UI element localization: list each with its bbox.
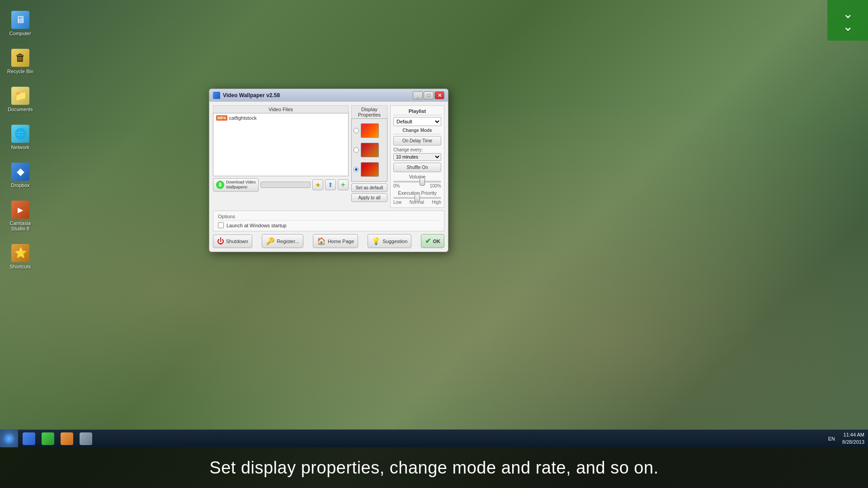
volume-slider-thumb[interactable] <box>420 178 425 186</box>
priority-slider-container <box>393 197 441 199</box>
playlist-panel: Playlist Default Change Mode On Delay Ti… <box>390 105 444 208</box>
video-files-label: Video Files <box>213 105 349 113</box>
set-as-default-button[interactable]: Set as default <box>351 183 387 192</box>
taskbar-item-2[interactable] <box>39 431 57 447</box>
display-properties-label: Display Properties <box>351 105 387 118</box>
desktop-icon-camtasia[interactable]: ▶ Camtasia Studio 8 <box>5 199 36 233</box>
add-video-button[interactable]: + <box>338 179 349 190</box>
lightbulb-icon: 💡 <box>372 237 381 245</box>
start-orb-icon <box>4 433 14 444</box>
suggestion-button[interactable]: 💡 Suggestion <box>368 234 411 248</box>
change-every-label: Change every: <box>393 147 441 152</box>
volume-slider-labels: 0% 100% <box>393 183 441 188</box>
thumbnail-1[interactable] <box>361 123 379 138</box>
shutdown-button[interactable]: ⏻ Shutdown <box>213 235 252 248</box>
video-format-badge: MP4 <box>216 115 227 121</box>
move-icon-button[interactable]: ⬆ <box>325 179 336 190</box>
desktop-icon-network[interactable]: 🌐 Network <box>5 123 36 152</box>
priority-low-label: Low <box>393 200 401 205</box>
desktop-icon-dropbox[interactable]: ◆ Dropbox <box>5 161 36 190</box>
maximize-button[interactable]: □ <box>424 91 434 99</box>
dropbox-icon-label: Dropbox <box>11 183 30 188</box>
taskbar-app-icon-2 <box>42 432 54 445</box>
camtasia-icon: ▶ <box>11 201 29 219</box>
radio-thumb-2[interactable] <box>354 147 359 153</box>
camtasia-icon-label: Camtasia Studio 8 <box>6 221 34 231</box>
video-list-item[interactable]: MP4 catfightstock <box>214 114 347 122</box>
ok-button-label: OK <box>433 239 440 244</box>
computer-icon: 🖥 <box>11 11 29 29</box>
taskbar-item-3[interactable] <box>58 431 76 447</box>
checkmark-icon: ✔ <box>425 237 431 245</box>
clock-time: 11:44 AM <box>842 432 864 438</box>
home-page-button[interactable]: 🏠 Home Page <box>313 234 358 248</box>
star-icon-button[interactable]: ★ <box>312 179 323 190</box>
on-delay-time-button[interactable]: On Delay Time <box>393 136 441 145</box>
ok-button[interactable]: ✔ OK <box>421 234 444 248</box>
recycle-bin-icon-label: Recycle Bin <box>7 69 33 74</box>
shuffle-on-button[interactable]: Shuffle On <box>393 163 441 172</box>
execution-priority-section: Execution Priority Low Normal High <box>393 190 441 205</box>
documents-icon-label: Documents <box>8 107 33 112</box>
dialog-title-bar: Video Wallpaper v2.58 _ □ ✕ <box>209 89 448 102</box>
radio-thumb-3[interactable] <box>354 167 359 172</box>
shortcuts-icon-label: Shortcuts <box>10 264 31 269</box>
priority-slider-thumb[interactable] <box>415 194 420 202</box>
taskbar: EN 11:44 AM 8/28/2013 <box>0 429 868 447</box>
video-slider[interactable] <box>260 182 311 188</box>
taskbar-item-1[interactable] <box>20 431 38 447</box>
radio-thumb-1[interactable] <box>354 128 359 133</box>
dialog-content: Video Files MP4 catfightstock ⬇ Download… <box>209 102 448 252</box>
system-tray: EN <box>825 436 839 441</box>
desktop-icon-recycle-bin[interactable]: 🗑 Recycle Bin <box>5 47 36 76</box>
change-every-row: Change every: 10 minutes <box>393 147 441 161</box>
thumbnail-3[interactable] <box>361 162 379 177</box>
subtitle-bar: Set display properties, change mode and … <box>0 447 868 488</box>
chevron-down-icon: ⌄ <box>843 8 853 20</box>
taskbar-clock[interactable]: 11:44 AM 8/28/2013 <box>839 432 868 446</box>
title-bar-controls: _ □ ✕ <box>413 91 444 99</box>
close-button[interactable]: ✕ <box>434 91 444 99</box>
options-section: Options Launch at Windows startup <box>213 211 444 231</box>
start-button[interactable] <box>0 430 18 448</box>
video-file-list[interactable]: MP4 catfightstock <box>213 113 349 176</box>
volume-label: Volume <box>393 174 441 179</box>
desktop-icon-area: 🖥 Computer 🗑 Recycle Bin 📁 Documents 🌐 N… <box>5 9 36 271</box>
video-toolbar: ⬇ Download VideoWallpapers! ★ ⬆ + <box>213 178 349 192</box>
video-filename: catfightstock <box>229 115 257 121</box>
language-indicator: EN <box>828 436 835 441</box>
apply-to-all-button[interactable]: Apply to all <box>351 193 387 202</box>
download-video-button[interactable]: ⬇ Download VideoWallpapers! <box>213 178 259 192</box>
download-icon: ⬇ <box>216 181 224 189</box>
network-icon-label: Network <box>11 145 29 150</box>
key-icon: 🔑 <box>266 237 275 245</box>
priority-slider-track <box>393 197 441 199</box>
recycle-bin-icon: 🗑 <box>11 49 29 67</box>
desktop-icon-computer[interactable]: 🖥 Computer <box>5 9 36 38</box>
taskbar-app-icon-3 <box>61 432 73 445</box>
desktop-icon-shortcuts[interactable]: ⭐ Shortcuts <box>5 242 36 271</box>
shutdown-icon: ⏻ <box>217 237 224 245</box>
desktop-icon-documents[interactable]: 📁 Documents <box>5 85 36 114</box>
launch-at-startup-checkbox[interactable] <box>218 222 224 228</box>
shortcuts-icon: ⭐ <box>11 244 29 262</box>
network-icon: 🌐 <box>11 125 29 143</box>
home-page-button-label: Home Page <box>328 239 354 244</box>
change-every-select[interactable]: 10 minutes <box>393 153 441 161</box>
corner-widget[interactable]: ⌄ ⌄ <box>827 0 868 41</box>
register-button[interactable]: 🔑 Register... <box>262 234 303 248</box>
thumbnail-2[interactable] <box>361 143 379 157</box>
download-button-label: Download VideoWallpapers! <box>226 180 255 190</box>
top-section: Video Files MP4 catfightstock ⬇ Download… <box>213 105 444 208</box>
options-label: Options <box>218 214 439 221</box>
chevron-down-icon-2: ⌄ <box>843 20 853 33</box>
documents-icon: 📁 <box>11 87 29 105</box>
playlist-dropdown[interactable]: Default <box>393 117 441 126</box>
taskbar-items <box>18 431 825 447</box>
shutdown-button-label: Shutdown <box>226 239 248 244</box>
taskbar-app-icon-4 <box>80 432 92 445</box>
dropbox-icon: ◆ <box>11 163 29 181</box>
taskbar-item-4[interactable] <box>77 431 95 447</box>
thumb-row-1 <box>354 123 385 138</box>
minimize-button[interactable]: _ <box>413 91 423 99</box>
